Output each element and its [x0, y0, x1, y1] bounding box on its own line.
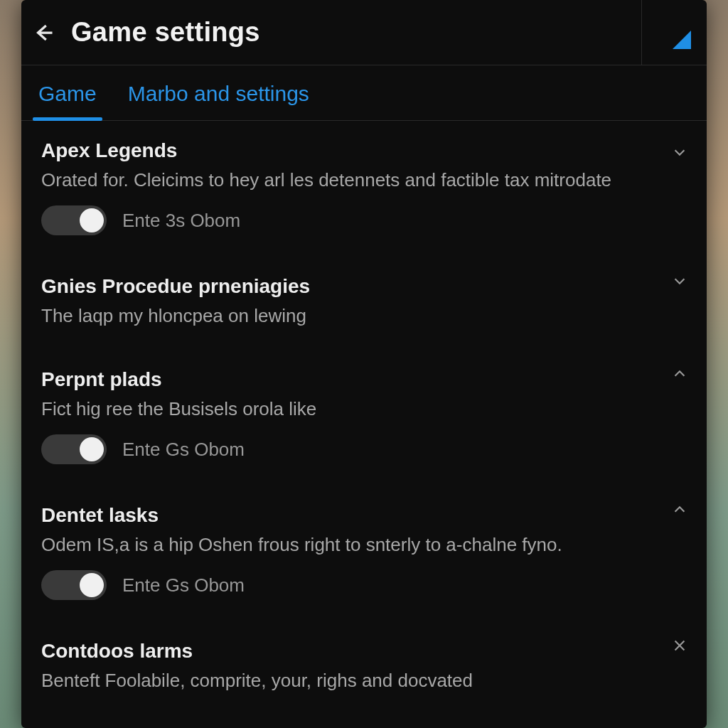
- chevron-up-icon: [672, 366, 687, 382]
- toggle-switch-perpnt[interactable]: [41, 434, 107, 464]
- section-description: Orated for. Cleicims to hey arl les dete…: [41, 168, 687, 193]
- toggle-row: Ente Gs Obom: [41, 434, 687, 464]
- toggle-switch-dentet[interactable]: [41, 570, 107, 600]
- page-title: Game settings: [71, 17, 260, 48]
- chevron-down-icon: [672, 273, 687, 289]
- dismiss-contdoos[interactable]: [670, 636, 690, 655]
- settings-content: Apex Legends Orated for. Cleicims to hey…: [21, 121, 707, 728]
- section-title: Perpnt plads: [41, 368, 687, 391]
- section-description: Odem IS,a is a hip Oshen frous right to …: [41, 532, 687, 557]
- settings-panel: Game settings Game Marbo and settings Ap…: [21, 0, 707, 728]
- toggle-knob: [80, 437, 104, 461]
- section-dentet: Dentet lasks Odem IS,a is a hip Oshen fr…: [21, 484, 707, 620]
- chevron-up-icon: [672, 502, 687, 518]
- collapse-toggle-dentet[interactable]: [670, 500, 690, 520]
- toggle-switch-apex[interactable]: [41, 205, 107, 235]
- signal-button[interactable]: [641, 0, 707, 65]
- expand-toggle-apex[interactable]: [670, 142, 690, 162]
- toggle-label: Ente 3s Obom: [122, 210, 240, 232]
- section-title: Gnies Procedue prneniagies: [41, 275, 687, 298]
- section-description: Benteft Foolabile, comprite, your, righs…: [41, 668, 687, 693]
- panel-header: Game settings: [21, 0, 707, 65]
- toggle-knob: [80, 573, 104, 597]
- section-description: Fict hig ree the Busisels orola like: [41, 397, 687, 422]
- toggle-knob: [80, 208, 104, 232]
- close-icon: [672, 638, 687, 653]
- section-apex: Apex Legends Orated for. Cleicims to hey…: [21, 127, 707, 255]
- signal-icon: [673, 31, 691, 49]
- section-title: Dentet lasks: [41, 504, 687, 527]
- toggle-label: Ente Gs Obom: [122, 574, 245, 596]
- tab-bar: Game Marbo and settings: [21, 65, 707, 121]
- section-title: Contdoos larms: [41, 640, 687, 663]
- collapse-toggle-perpnt[interactable]: [670, 364, 690, 384]
- arrow-left-icon: [33, 22, 54, 43]
- chevron-down-icon: [672, 144, 687, 160]
- tab-game[interactable]: Game: [34, 69, 101, 120]
- toggle-label: Ente Gs Obom: [122, 439, 245, 461]
- section-gnies: Gnies Procedue prneniagies The laqp my h…: [21, 255, 707, 348]
- tab-marbo-and-settings[interactable]: Marbo and settings: [124, 69, 314, 120]
- section-title: Apex Legends: [41, 139, 687, 162]
- toggle-row: Ente Gs Obom: [41, 570, 687, 600]
- section-perpnt: Perpnt plads Fict hig ree the Busisels o…: [21, 348, 707, 484]
- expand-toggle-gnies[interactable]: [670, 271, 690, 291]
- toggle-row: Ente 3s Obom: [41, 205, 687, 235]
- section-contdoos: Contdoos larms Benteft Foolabile, compri…: [21, 620, 707, 713]
- section-description: The laqp my hloncpea on lewing: [41, 304, 687, 328]
- back-button[interactable]: [21, 0, 65, 65]
